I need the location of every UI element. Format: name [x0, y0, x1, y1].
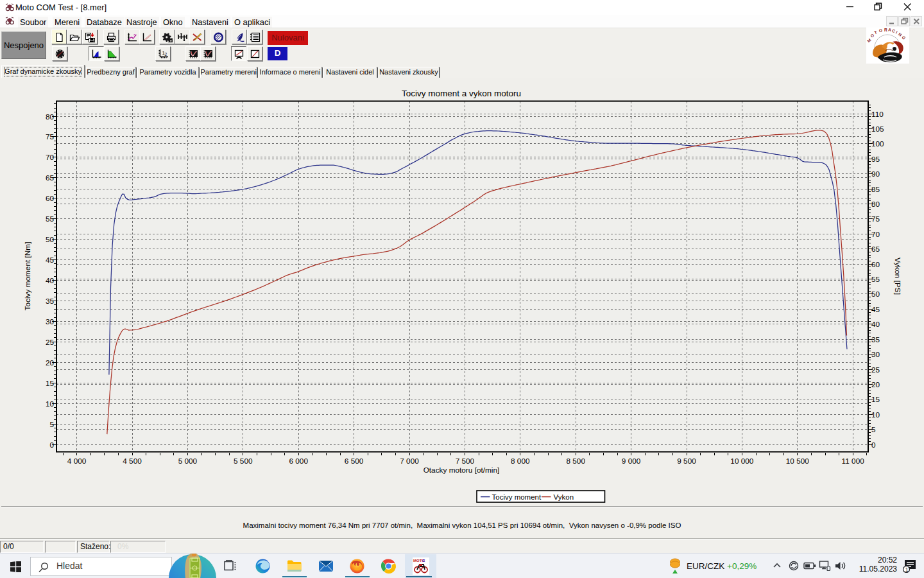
- svg-text:75: 75: [46, 132, 55, 141]
- svg-text:9 500: 9 500: [677, 457, 696, 466]
- svg-text:Tocivy moment [Nm]: Tocivy moment [Nm]: [23, 242, 32, 311]
- svg-text:8 500: 8 500: [566, 457, 585, 466]
- svg-text:75: 75: [871, 215, 880, 223]
- svg-text:Tocivy moment: Tocivy moment: [492, 493, 542, 501]
- svg-text:35: 35: [871, 335, 880, 344]
- svg-text:1: 1: [905, 566, 909, 573]
- svg-text:25: 25: [871, 365, 880, 374]
- svg-text:15: 15: [46, 379, 55, 388]
- svg-text:90: 90: [871, 170, 880, 179]
- svg-text:55: 55: [46, 215, 55, 223]
- svg-text:R: R: [884, 28, 887, 32]
- svg-text:45: 45: [46, 256, 55, 265]
- svg-text:0: 0: [871, 441, 876, 450]
- svg-text:30: 30: [46, 317, 55, 326]
- svg-text:20: 20: [46, 358, 55, 367]
- svg-text:10 500: 10 500: [786, 457, 810, 466]
- svg-text:80: 80: [46, 112, 55, 121]
- svg-text:35: 35: [46, 297, 55, 306]
- svg-text:0: 0: [49, 441, 54, 450]
- svg-text:70: 70: [871, 230, 880, 239]
- svg-text:7 500: 7 500: [456, 457, 475, 466]
- svg-text:105: 105: [871, 125, 884, 134]
- svg-text:40: 40: [46, 276, 55, 285]
- svg-text:60: 60: [871, 260, 880, 269]
- svg-text:110: 110: [871, 110, 884, 119]
- svg-text:60: 60: [46, 194, 55, 203]
- svg-text:O: O: [878, 28, 882, 33]
- svg-text:Tocivy moment a vykon motoru: Tocivy moment a vykon motoru: [402, 89, 521, 98]
- svg-text:5 500: 5 500: [234, 457, 253, 466]
- svg-text:Vykon: Vykon: [554, 493, 574, 501]
- svg-text:40: 40: [871, 320, 880, 329]
- svg-text:10: 10: [871, 410, 880, 419]
- svg-text:85: 85: [871, 185, 880, 194]
- svg-text:80: 80: [871, 200, 880, 209]
- svg-text:5 000: 5 000: [178, 457, 198, 466]
- svg-text:10: 10: [46, 399, 55, 408]
- svg-text:4 500: 4 500: [123, 457, 142, 466]
- svg-text:2: 2: [164, 52, 167, 57]
- svg-text:4 000: 4 000: [67, 457, 87, 466]
- svg-text:5: 5: [49, 420, 54, 429]
- svg-text:7 000: 7 000: [400, 457, 419, 466]
- svg-text:55: 55: [871, 275, 880, 284]
- svg-text:11 000: 11 000: [842, 457, 865, 466]
- svg-text:20: 20: [871, 380, 880, 389]
- svg-text:50: 50: [46, 235, 55, 244]
- svg-text:C: C: [422, 559, 425, 563]
- svg-text:Vykon [PS]: Vykon [PS]: [893, 258, 902, 295]
- svg-text:50: 50: [871, 290, 880, 299]
- svg-text:9 000: 9 000: [622, 457, 641, 466]
- svg-text:95: 95: [871, 155, 880, 164]
- svg-text:65: 65: [46, 173, 55, 182]
- svg-text:5: 5: [871, 425, 876, 434]
- svg-text:6 500: 6 500: [345, 457, 364, 466]
- svg-text:70: 70: [46, 153, 55, 162]
- svg-text:10 000: 10 000: [730, 457, 754, 466]
- svg-text:100: 100: [871, 139, 884, 148]
- svg-text:6 000: 6 000: [289, 457, 308, 466]
- svg-text:8 000: 8 000: [511, 457, 530, 466]
- svg-text:30: 30: [871, 350, 880, 359]
- svg-text:65: 65: [871, 245, 880, 254]
- svg-text:45: 45: [871, 305, 880, 314]
- svg-text:Otacky motoru [ot/min]: Otacky motoru [ot/min]: [424, 466, 500, 475]
- svg-text:15: 15: [871, 395, 880, 404]
- svg-text:25: 25: [46, 338, 55, 347]
